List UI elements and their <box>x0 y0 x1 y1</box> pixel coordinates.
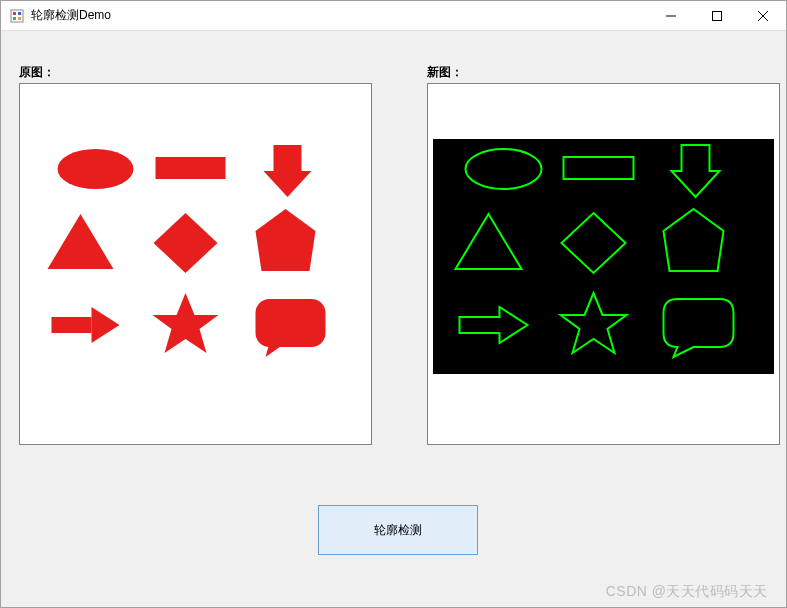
arrow-down-outline <box>672 145 720 197</box>
window-title: 轮廓检测Demo <box>31 7 111 24</box>
svg-rect-2 <box>18 12 21 15</box>
arrow-right-outline <box>460 307 528 343</box>
diamond-shape <box>154 213 218 273</box>
original-image-panel <box>19 83 372 445</box>
svg-rect-3 <box>13 17 16 20</box>
app-icon <box>9 8 25 24</box>
client-area: 原图： 新图： <box>1 31 786 607</box>
triangle-outline <box>456 214 522 269</box>
ellipse-shape <box>58 149 134 189</box>
svg-marker-10 <box>264 171 312 197</box>
titlebar: 轮廓检测Demo <box>1 1 786 31</box>
close-button[interactable] <box>740 1 786 31</box>
speech-bubble-shape <box>256 299 326 357</box>
diamond-outline <box>562 213 626 273</box>
speech-bubble-outline <box>664 299 734 357</box>
original-image-label: 原图： <box>19 64 55 81</box>
rectangle-shape <box>156 157 226 179</box>
star-outline <box>561 293 627 353</box>
result-image-label: 新图： <box>427 64 463 81</box>
original-shapes <box>25 139 366 374</box>
svg-rect-13 <box>256 299 326 347</box>
result-shapes <box>433 139 774 374</box>
app-window: 轮廓检测Demo 原图： 新图： <box>0 0 787 608</box>
minimize-button[interactable] <box>648 1 694 31</box>
pentagon-outline <box>664 209 724 271</box>
star-shape <box>153 293 219 353</box>
svg-rect-9 <box>274 145 302 171</box>
svg-rect-0 <box>11 10 23 22</box>
result-image <box>433 139 774 374</box>
original-image <box>25 139 366 374</box>
arrow-down-shape <box>264 145 312 197</box>
svg-marker-12 <box>92 307 120 343</box>
triangle-shape <box>48 214 114 269</box>
result-image-panel <box>427 83 780 445</box>
arrow-right-shape <box>52 307 120 343</box>
svg-rect-6 <box>713 11 722 20</box>
watermark-text: CSDN @天天代码码天天 <box>606 583 768 601</box>
ellipse-outline <box>466 149 542 189</box>
maximize-button[interactable] <box>694 1 740 31</box>
svg-rect-4 <box>18 17 21 20</box>
pentagon-shape <box>256 209 316 271</box>
svg-rect-11 <box>52 317 92 333</box>
detect-button-label: 轮廓检测 <box>374 522 422 539</box>
detect-contours-button[interactable]: 轮廓检测 <box>318 505 478 555</box>
svg-rect-1 <box>13 12 16 15</box>
rectangle-outline <box>564 157 634 179</box>
